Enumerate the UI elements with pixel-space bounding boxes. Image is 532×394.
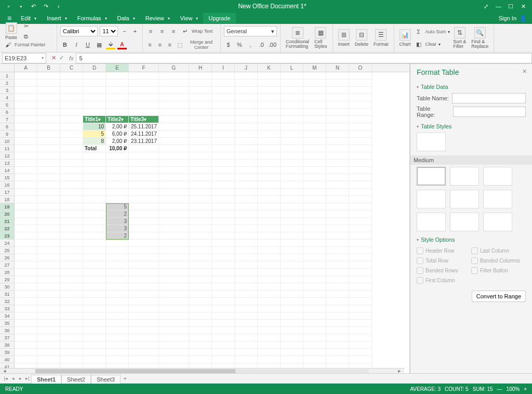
opt-filter[interactable]: Filter Button bbox=[471, 267, 526, 274]
col-header[interactable]: J bbox=[235, 64, 258, 72]
cut-icon[interactable]: ✂ bbox=[21, 21, 31, 31]
sheet-tab[interactable]: Sheet2 bbox=[61, 375, 91, 384]
panel-close-icon[interactable]: ✕ bbox=[522, 68, 527, 75]
align-right-icon[interactable]: ≡ bbox=[166, 40, 174, 49]
zoom-level[interactable]: 100% bbox=[507, 386, 520, 392]
sect-style-options[interactable]: Style Options bbox=[417, 237, 526, 243]
col-header[interactable]: G bbox=[159, 64, 189, 72]
format-button[interactable]: ☰Format bbox=[371, 29, 391, 47]
col-header[interactable]: L bbox=[281, 64, 303, 72]
format-painter-icon[interactable]: 🖌 bbox=[3, 40, 12, 49]
style-thumb[interactable] bbox=[417, 167, 446, 186]
sheet-tab[interactable]: Sheet1 bbox=[31, 375, 61, 384]
redo-icon[interactable]: ↷ bbox=[42, 3, 50, 10]
table-name-input[interactable] bbox=[452, 93, 526, 103]
font-inc-icon[interactable]: + bbox=[131, 27, 139, 36]
inc-dec-icon[interactable]: .0 bbox=[257, 40, 266, 49]
wrap-icon[interactable]: ↵ bbox=[180, 27, 190, 36]
style-thumb[interactable] bbox=[450, 167, 479, 186]
select-all-corner[interactable] bbox=[0, 64, 15, 72]
opt-header[interactable]: Header Row bbox=[417, 247, 471, 254]
col-header[interactable]: M bbox=[303, 64, 326, 72]
user-icon[interactable]: 👤 bbox=[520, 15, 527, 22]
new-icon[interactable]: ▫ bbox=[5, 3, 12, 9]
col-header[interactable]: O bbox=[349, 64, 372, 72]
style-thumb[interactable] bbox=[450, 190, 479, 208]
merge-label[interactable]: Merge and Center bbox=[185, 40, 217, 50]
cancel-formula-icon[interactable]: ✕ bbox=[51, 55, 56, 61]
maximize-icon[interactable]: ☐ bbox=[507, 3, 515, 10]
find-replace-button[interactable]: 🔍Find & Replace bbox=[469, 27, 490, 49]
style-thumb[interactable] bbox=[483, 190, 512, 208]
sect-table-data[interactable]: Table Data bbox=[417, 84, 526, 90]
align-left-icon[interactable]: ≡ bbox=[146, 40, 154, 49]
col-header[interactable]: E bbox=[106, 64, 129, 72]
minimize-icon[interactable]: — bbox=[495, 3, 502, 9]
column-headers[interactable]: A B C D E F G H I J K L M N O bbox=[0, 64, 409, 72]
insert-button[interactable]: ⊞Insert bbox=[336, 29, 352, 47]
style-thumb[interactable] bbox=[417, 190, 446, 208]
tab-first-icon[interactable]: |◂ bbox=[2, 376, 9, 381]
col-header[interactable]: B bbox=[37, 64, 60, 72]
underline-icon[interactable]: U bbox=[83, 40, 92, 49]
sort-filter-button[interactable]: ⇅Sort & Filter bbox=[451, 27, 468, 49]
format-painter-label[interactable]: Format Painter bbox=[15, 42, 46, 47]
dec-dec-icon[interactable]: .00 bbox=[268, 40, 277, 49]
border-icon[interactable]: ▦ bbox=[95, 40, 104, 49]
paste-button[interactable]: 📋Paste bbox=[3, 22, 19, 40]
close-icon[interactable]: ✕ bbox=[520, 3, 527, 10]
bold-icon[interactable]: B bbox=[60, 40, 70, 49]
signin-link[interactable]: Sign In bbox=[499, 15, 516, 21]
save-icon[interactable]: ▪ bbox=[17, 3, 25, 9]
italic-icon[interactable]: I bbox=[72, 40, 81, 49]
font-name-select[interactable]: Calibri bbox=[60, 26, 98, 36]
opt-bandedrows[interactable]: Banded Rows bbox=[417, 267, 471, 274]
opt-firstcol[interactable]: First Column bbox=[417, 277, 471, 284]
fill-color-icon[interactable]: ⬙ bbox=[106, 40, 115, 49]
sect-table-styles[interactable]: Table Styles bbox=[417, 123, 526, 129]
tab-last-icon[interactable]: ▸| bbox=[24, 376, 31, 381]
wrap-text-label[interactable]: Wrap Text bbox=[192, 29, 212, 34]
menu-formulas[interactable]: Formulas bbox=[72, 13, 112, 23]
menu-icon[interactable]: ≡ bbox=[3, 14, 16, 22]
fx-icon[interactable]: fx bbox=[67, 55, 76, 61]
zoom-in-icon[interactable]: + bbox=[524, 386, 527, 392]
align-bot-icon[interactable]: ≡ bbox=[169, 27, 178, 36]
formula-input[interactable]: 5 bbox=[76, 53, 532, 63]
chart-button[interactable]: 📊Chart bbox=[397, 29, 413, 47]
fullscreen-icon[interactable]: ⤢ bbox=[482, 3, 490, 10]
menu-data[interactable]: Data bbox=[112, 13, 140, 23]
opt-lastcol[interactable]: Last Column bbox=[471, 247, 526, 254]
merge-icon[interactable]: ⬚ bbox=[176, 40, 183, 49]
accept-formula-icon[interactable]: ✓ bbox=[59, 55, 64, 61]
table-range-input[interactable] bbox=[453, 107, 526, 117]
col-header[interactable]: F bbox=[129, 64, 159, 72]
delete-button[interactable]: ⊟Delete bbox=[353, 29, 370, 47]
currency-icon[interactable]: $ bbox=[224, 40, 233, 49]
autosum-icon[interactable]: Σ bbox=[414, 27, 423, 36]
h-scrollbar[interactable]: ◂ ▸ bbox=[0, 368, 404, 373]
col-header[interactable]: I bbox=[212, 64, 235, 72]
style-thumb[interactable] bbox=[417, 213, 446, 231]
tab-prev-icon[interactable]: ◂ bbox=[9, 376, 17, 381]
col-header[interactable]: A bbox=[15, 64, 37, 72]
col-header[interactable]: N bbox=[326, 64, 349, 72]
zoom-out-icon[interactable]: — bbox=[497, 386, 502, 392]
clear-icon[interactable]: ◧ bbox=[414, 40, 423, 49]
font-dec-icon[interactable]: − bbox=[120, 27, 128, 36]
tab-next-icon[interactable]: ▸ bbox=[17, 376, 24, 381]
font-size-select[interactable]: 11 bbox=[100, 26, 118, 36]
name-box[interactable]: E19:E23▾ bbox=[2, 53, 46, 63]
cells[interactable]: Title1▾Title2▾Title3▾102,00 ₽25.11.20175… bbox=[15, 72, 409, 371]
col-header[interactable]: D bbox=[83, 64, 106, 72]
share-icon[interactable]: ‹ bbox=[55, 3, 62, 9]
autosum-label[interactable]: Auto Sum bbox=[425, 29, 446, 34]
align-mid-icon[interactable]: ≡ bbox=[157, 27, 167, 36]
percent-icon[interactable]: % bbox=[235, 40, 244, 49]
col-header[interactable]: H bbox=[189, 64, 212, 72]
align-top-icon[interactable]: ≡ bbox=[146, 27, 155, 36]
menu-review[interactable]: Review bbox=[140, 13, 175, 23]
comma-icon[interactable]: , bbox=[246, 40, 255, 49]
align-center-icon[interactable]: ≡ bbox=[156, 40, 164, 49]
menu-insert[interactable]: Insert bbox=[42, 13, 72, 23]
